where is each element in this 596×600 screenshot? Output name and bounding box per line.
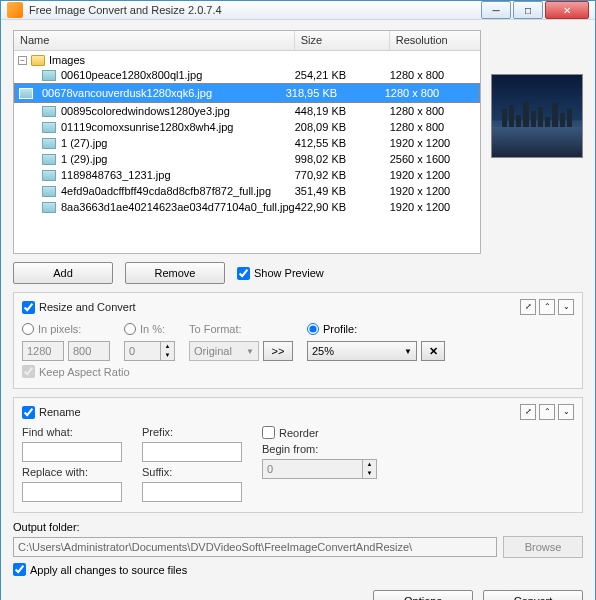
- percent-input[interactable]: [124, 341, 160, 361]
- file-row[interactable]: 01119comoxsunrise1280x8wh4.jpg208,09 KB1…: [14, 119, 480, 135]
- keep-aspect-input: [22, 365, 35, 378]
- profile-label: Profile:: [323, 323, 357, 335]
- panel-up-icon[interactable]: ⌃: [539, 299, 555, 315]
- top-pane: Name Size Resolution −Images00610peace12…: [13, 30, 583, 254]
- file-name: 1 (27).jpg: [61, 137, 295, 149]
- file-resolution: 1280 x 800: [390, 121, 480, 133]
- file-resolution: 1280 x 800: [385, 87, 475, 99]
- rename-enable-checkbox[interactable]: [22, 406, 35, 419]
- show-preview-input[interactable]: [237, 267, 250, 280]
- apply-source-checkbox[interactable]: Apply all changes to source files: [13, 563, 583, 576]
- begin-input[interactable]: [262, 459, 362, 479]
- profile-group: Profile: 25%▼ ✕: [307, 321, 445, 361]
- minimize-button[interactable]: ─: [481, 1, 511, 19]
- in-pixels-label: In pixels:: [38, 323, 81, 335]
- file-name: 1 (29).jpg: [61, 153, 295, 165]
- in-percent-radio[interactable]: [124, 323, 136, 335]
- file-resolution: 1920 x 1200: [390, 185, 480, 197]
- resize-enable-checkbox[interactable]: [22, 301, 35, 314]
- file-name: 00895coloredwindows1280ye3.jpg: [61, 105, 295, 117]
- apply-source-label: Apply all changes to source files: [30, 564, 187, 576]
- col-size[interactable]: Size: [295, 31, 390, 50]
- folder-icon: [31, 55, 45, 66]
- panel-collapse-icon[interactable]: ⤢: [520, 299, 536, 315]
- maximize-button[interactable]: □: [513, 1, 543, 19]
- file-list[interactable]: Name Size Resolution −Images00610peace12…: [13, 30, 481, 254]
- px-height-input[interactable]: [68, 341, 110, 361]
- show-preview-checkbox[interactable]: Show Preview: [237, 267, 324, 280]
- file-resolution: 1280 x 800: [390, 69, 480, 81]
- to-format-label: To Format:: [189, 323, 242, 335]
- collapse-icon[interactable]: −: [18, 56, 27, 65]
- add-button[interactable]: Add: [13, 262, 113, 284]
- in-pixels-radio[interactable]: [22, 323, 34, 335]
- profile-select[interactable]: 25%▼: [307, 341, 417, 361]
- file-row[interactable]: 00678vancouverdusk1280xqk6.jpg318,95 KB1…: [14, 83, 480, 103]
- options-button[interactable]: Options: [373, 590, 473, 600]
- file-resolution: 2560 x 1600: [390, 153, 480, 165]
- format-select[interactable]: Original▼: [189, 341, 259, 361]
- show-preview-label: Show Preview: [254, 267, 324, 279]
- profile-radio[interactable]: [307, 323, 319, 335]
- column-headers: Name Size Resolution: [14, 31, 480, 51]
- file-row[interactable]: 1189848763_1231.jpg770,92 KB1920 x 1200: [14, 167, 480, 183]
- rename-panel: Rename ⤢ ⌃ ⌄ Find what: Replace with: Pr…: [13, 397, 583, 513]
- remove-button[interactable]: Remove: [125, 262, 225, 284]
- file-size: 998,02 KB: [295, 153, 390, 165]
- image-file-icon: [42, 154, 56, 165]
- convert-button[interactable]: Convert: [483, 590, 583, 600]
- content-area: Name Size Resolution −Images00610peace12…: [1, 20, 595, 600]
- spin-up-icon[interactable]: ▲: [363, 460, 376, 469]
- panel-collapse-icon[interactable]: ⤢: [520, 404, 536, 420]
- px-width-input[interactable]: [22, 341, 64, 361]
- file-row[interactable]: 8aa3663d1ae40214623ae034d77104a0_full.jp…: [14, 199, 480, 215]
- keep-aspect-checkbox[interactable]: Keep Aspect Ratio: [22, 365, 574, 378]
- prefix-input[interactable]: [142, 442, 242, 462]
- file-resolution: 1920 x 1200: [390, 201, 480, 213]
- file-resolution: 1920 x 1200: [390, 137, 480, 149]
- spin-up-icon[interactable]: ▲: [161, 342, 174, 351]
- spin-down-icon[interactable]: ▼: [161, 351, 174, 360]
- reorder-input[interactable]: [262, 426, 275, 439]
- begin-spinner[interactable]: ▲▼: [262, 459, 377, 479]
- image-file-icon: [42, 106, 56, 117]
- image-file-icon: [19, 88, 33, 99]
- file-row[interactable]: 1 (29).jpg998,02 KB2560 x 1600: [14, 151, 480, 167]
- replace-label: Replace with:: [22, 466, 122, 478]
- root-folder-label[interactable]: Images: [49, 54, 85, 66]
- replace-input[interactable]: [22, 482, 122, 502]
- apply-source-input[interactable]: [13, 563, 26, 576]
- bottom-buttons: Options Convert: [13, 584, 583, 600]
- percent-spinner[interactable]: ▲▼: [124, 341, 175, 361]
- col-name[interactable]: Name: [14, 31, 295, 50]
- image-file-icon: [42, 138, 56, 149]
- suffix-label: Suffix:: [142, 466, 242, 478]
- close-button[interactable]: ✕: [545, 1, 589, 19]
- spin-down-icon[interactable]: ▼: [363, 469, 376, 478]
- file-tree[interactable]: −Images00610peace1280x800ql1.jpg254,21 K…: [14, 51, 480, 253]
- image-file-icon: [42, 202, 56, 213]
- browse-button[interactable]: Browse: [503, 536, 583, 558]
- file-resolution: 1920 x 1200: [390, 169, 480, 181]
- go-button[interactable]: >>: [263, 341, 293, 361]
- output-section: Output folder: Browse Apply all changes …: [13, 521, 583, 576]
- file-row[interactable]: 4efd9a0adcffbff49cda8d8cfb87f872_full.jp…: [14, 183, 480, 199]
- reorder-checkbox[interactable]: Reorder: [262, 426, 377, 439]
- find-input[interactable]: [22, 442, 122, 462]
- panel-up-icon[interactable]: ⌃: [539, 404, 555, 420]
- rename-title: Rename: [39, 406, 81, 418]
- col-resolution[interactable]: Resolution: [390, 31, 480, 50]
- output-path-input[interactable]: [13, 537, 497, 557]
- file-row[interactable]: 00610peace1280x800ql1.jpg254,21 KB1280 x…: [14, 67, 480, 83]
- file-size: 422,90 KB: [295, 201, 390, 213]
- profile-delete-button[interactable]: ✕: [421, 341, 445, 361]
- image-file-icon: [42, 122, 56, 133]
- file-row[interactable]: 00895coloredwindows1280ye3.jpg448,19 KB1…: [14, 103, 480, 119]
- panel-down-icon[interactable]: ⌄: [558, 299, 574, 315]
- file-row[interactable]: 1 (27).jpg412,55 KB1920 x 1200: [14, 135, 480, 151]
- image-file-icon: [42, 170, 56, 181]
- window-title: Free Image Convert and Resize 2.0.7.4: [29, 4, 479, 16]
- panel-down-icon[interactable]: ⌄: [558, 404, 574, 420]
- suffix-input[interactable]: [142, 482, 242, 502]
- resize-panel: Resize and Convert ⤢ ⌃ ⌄ In pixels: In %…: [13, 292, 583, 389]
